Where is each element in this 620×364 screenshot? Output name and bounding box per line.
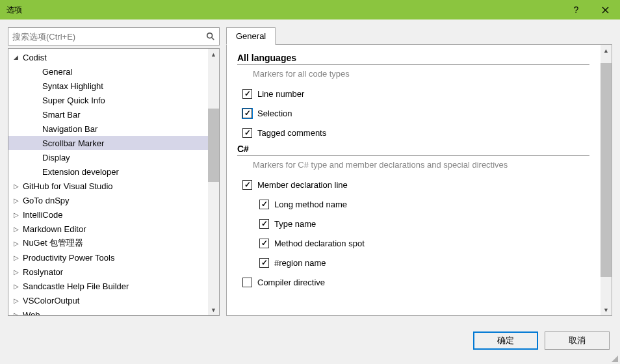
search-box[interactable] (8, 27, 220, 46)
expand-icon[interactable]: ▷ (14, 183, 23, 190)
checkbox[interactable] (259, 219, 269, 229)
tree-item-label: General (42, 67, 72, 77)
checkbox-label[interactable]: Tagged comments (257, 128, 326, 138)
tree-item[interactable]: ▷GitHub for Visual Studio (8, 179, 219, 193)
section-header: C# (237, 144, 589, 156)
tab-strip: General (226, 27, 612, 44)
svg-line-3 (212, 38, 214, 40)
tree-item-label: VSColorOutput (23, 296, 79, 306)
checkbox-label[interactable]: Type name (274, 219, 316, 229)
checkbox[interactable] (259, 200, 269, 209)
section-description: Markers for all code types (237, 69, 601, 79)
section-header: All languages (237, 53, 589, 65)
checkbox-row: Type name (237, 214, 601, 233)
search-input[interactable] (12, 32, 206, 42)
tab-general[interactable]: General (226, 27, 276, 45)
tree-item-label: Extension developer (42, 167, 119, 177)
window-title: 选项 (6, 5, 562, 16)
checkbox-label[interactable]: Long method name (274, 200, 347, 209)
tree-item-label: Syntax Highlight (42, 81, 103, 91)
tree-item[interactable]: ▷Display (8, 150, 219, 164)
checkbox-label[interactable]: Member declaration line (257, 180, 348, 190)
tree-item[interactable]: ◢Codist (8, 50, 219, 64)
tree-item[interactable]: ▷GoTo dnSpy (8, 193, 219, 207)
tree-item[interactable]: ▷IntelliCode (8, 207, 219, 222)
tree-item-label: Codist (23, 53, 47, 62)
content-scrollbar[interactable]: ▲ ▼ (601, 45, 612, 315)
checkbox-row: Member declaration line (237, 175, 601, 194)
expand-icon[interactable]: ▷ (14, 254, 23, 261)
checkbox-row: Long method name (237, 194, 601, 214)
checkbox[interactable] (259, 239, 269, 248)
checkbox[interactable] (259, 258, 269, 268)
checkbox-label[interactable]: Method declaration spot (274, 239, 365, 248)
checkbox[interactable] (242, 89, 252, 99)
scroll-up-icon[interactable]: ▲ (208, 49, 219, 60)
collapse-icon[interactable]: ◢ (14, 54, 23, 60)
tree-item-label: GoTo dnSpy (23, 196, 70, 205)
tree-item-label: Web (23, 310, 40, 317)
scroll-thumb[interactable] (208, 109, 219, 182)
tree-item-label: NuGet 包管理器 (23, 237, 83, 249)
tree-item-label: Display (42, 153, 70, 162)
checkbox-label[interactable]: #region name (274, 258, 326, 268)
expand-icon[interactable]: ▷ (14, 268, 23, 276)
checkbox[interactable] (242, 180, 252, 190)
checkbox-label[interactable]: Selection (257, 109, 292, 118)
expand-icon[interactable]: ▷ (14, 226, 23, 233)
tree-item[interactable]: ▷Syntax Highlight (8, 79, 219, 93)
tree-item[interactable]: ▷Web (8, 307, 219, 316)
tree-item[interactable]: ▷Productivity Power Tools (8, 250, 219, 265)
checkbox-label[interactable]: Line number (257, 89, 304, 99)
svg-point-2 (207, 33, 213, 38)
close-button[interactable] (591, 0, 620, 20)
tree-scrollbar[interactable]: ▲ ▼ (208, 49, 219, 315)
tree-item[interactable]: ▷Smart Bar (8, 107, 219, 122)
tree-item-label: Smart Bar (42, 110, 81, 120)
scroll-down-icon[interactable]: ▼ (208, 304, 219, 315)
dialog-buttons: 确定 取消 (0, 324, 620, 350)
tree-item[interactable]: ▷Sandcastle Help File Builder (8, 279, 219, 293)
expand-icon[interactable]: ▷ (14, 240, 23, 247)
checkbox-row: Method declaration spot (237, 233, 601, 253)
expand-icon[interactable]: ▷ (14, 283, 23, 290)
expand-icon[interactable]: ▷ (14, 197, 23, 204)
tree-item[interactable]: ▷VSColorOutput (8, 293, 219, 307)
checkbox[interactable] (242, 128, 252, 138)
expand-icon[interactable]: ▷ (14, 311, 23, 317)
checkbox-row: Compiler directive (237, 272, 601, 292)
titlebar: 选项 ? (0, 0, 620, 20)
tree-item-label: Navigation Bar (42, 124, 97, 134)
checkbox[interactable] (242, 278, 252, 287)
tree-item-label: Scrollbar Marker (42, 138, 104, 148)
resize-grip[interactable] (610, 354, 618, 362)
tree-item[interactable]: ▷Markdown Editor (8, 222, 219, 236)
tree-item[interactable]: ▷Roslynator (8, 265, 219, 279)
help-button[interactable]: ? (562, 0, 591, 20)
tree-item-label: Roslynator (23, 267, 63, 277)
tree-item[interactable]: ▷Super Quick Info (8, 93, 219, 107)
checkbox-row: Tagged comments (237, 123, 601, 142)
checkbox-row: #region name (237, 253, 601, 272)
scroll-up-icon[interactable]: ▲ (601, 45, 612, 56)
tree-item[interactable]: ▷Scrollbar Marker (8, 136, 219, 150)
checkbox-label[interactable]: Compiler directive (257, 278, 325, 287)
expand-icon[interactable]: ▷ (14, 297, 23, 304)
checkbox[interactable] (242, 109, 252, 118)
section-description: Markers for C# type and member declarati… (237, 160, 601, 170)
scroll-down-icon[interactable]: ▼ (601, 304, 612, 315)
content-panel: All languagesMarkers for all code typesL… (226, 44, 612, 316)
tree-item-label: Sandcastle Help File Builder (23, 281, 129, 291)
tree-item-label: Super Quick Info (42, 96, 105, 105)
options-tree[interactable]: ◢Codist▷General▷Syntax Highlight▷Super Q… (8, 48, 220, 316)
ok-button[interactable]: 确定 (473, 332, 538, 350)
tree-item[interactable]: ▷NuGet 包管理器 (8, 236, 219, 250)
search-icon (206, 32, 215, 41)
tree-item-label: GitHub for Visual Studio (23, 181, 113, 191)
tree-item[interactable]: ▷Navigation Bar (8, 122, 219, 136)
scroll-thumb[interactable] (601, 63, 612, 277)
tree-item[interactable]: ▷Extension developer (8, 164, 219, 179)
cancel-button[interactable]: 取消 (545, 332, 610, 350)
tree-item[interactable]: ▷General (8, 64, 219, 79)
expand-icon[interactable]: ▷ (14, 211, 23, 218)
